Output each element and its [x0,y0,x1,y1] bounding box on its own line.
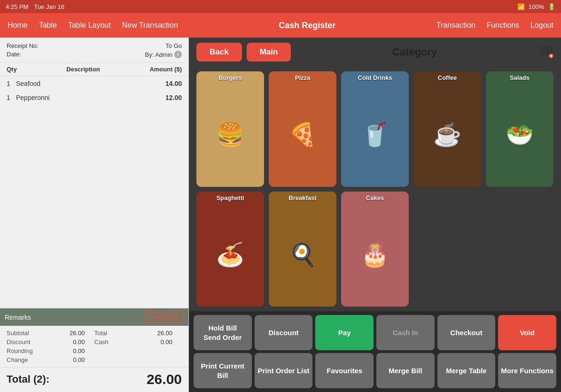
status-left: 4:25 PM Tue Jan 16 [6,3,64,10]
hold-bill-button[interactable]: Hold Bill Send Order [194,315,252,350]
salads-image: 🥗 [486,83,553,187]
battery-icon: 🔋 [548,3,555,10]
print-order-list-button[interactable]: Print Order List [255,353,313,388]
main-layout: Receipt No: To Go Date: By: Admin i Qty … [0,38,561,392]
svg-rect-3 [545,46,546,55]
breakfast-image: 🍳 [269,203,336,307]
barcode-scan-icon[interactable] [538,43,553,61]
battery-level: 100% [529,3,544,10]
left-panel: Receipt No: To Go Date: By: Admin i Qty … [0,38,189,392]
col-amount: Amount ($) [149,66,182,73]
back-button[interactable]: Back [196,43,242,61]
discount-label: Discount [7,338,50,346]
cash-label: Cash [94,338,138,346]
view-edit-button[interactable]: View/Edit [145,311,184,323]
date-label: Date: [7,51,21,58]
top-nav: Home Table Table Layout New Transaction … [0,13,561,38]
cash-in-button[interactable]: Cash In [376,315,435,350]
receipt-no-value: To Go [165,42,182,49]
coffee-image: ☕ [413,83,481,187]
subtotal-label: Subtotal [7,330,50,337]
category-card-salads[interactable]: Salads 🥗 [486,71,553,187]
status-date: Tue Jan 16 [34,3,64,10]
wifi-icon: 📶 [517,3,525,10]
rounding-value: 0.00 [50,347,94,354]
nav-left: Home Table Table Layout New Transaction [8,21,178,30]
subtotal-value: 26.00 [50,330,94,337]
receipt-items-header: Qty Description Amount ($) [0,63,188,76]
info-icon[interactable]: i [174,51,182,58]
category-header: Back Main Category [189,38,561,67]
empty-slot-2 [486,192,553,307]
col-description: Description [66,66,100,73]
item-qty-0: 1 [7,80,16,87]
void-button[interactable]: Void [498,315,556,350]
category-card-cakes[interactable]: Cakes 🎂 [341,192,409,307]
receipt-no-label: Receipt No: [7,42,39,49]
item-desc-1: Pepperonni [16,94,165,101]
favourites-button[interactable]: Favourites [315,353,374,388]
category-label-spaghetti: Spaghetti [214,192,246,203]
cakes-image: 🎂 [341,203,409,307]
right-panel: Back Main Category [189,38,561,392]
grand-total: Total (2): 26.00 [0,367,188,392]
category-grid: Burgers 🍔 Pizza 🍕 Cold Drinks 🥤 Coffee ☕… [189,67,561,311]
nav-logout[interactable]: Logout [530,21,553,30]
receipt-footer: Remarks View/Edit Subtotal 26.00 Total 2… [0,308,188,392]
status-right: 📶 100% 🔋 [517,3,555,10]
receipt-header: Receipt No: To Go Date: By: Admin i [0,38,188,63]
cash-value: 0.00 [138,338,182,346]
nav-table[interactable]: Table [39,21,57,30]
merge-bill-button[interactable]: Merge Bill [376,353,435,388]
print-current-bill-button[interactable]: Print Current Bill [194,353,252,388]
nav-functions[interactable]: Functions [487,21,519,30]
cold-drinks-image: 🥤 [341,83,409,187]
nav-right: Transaction Functions Logout [436,21,553,30]
total-label: Total [94,330,138,337]
category-card-pizza[interactable]: Pizza 🍕 [269,71,336,187]
category-label-coffee: Coffee [436,71,459,83]
table-row[interactable]: 1 Pepperonni 12.00 [7,94,182,101]
change-label: Change [7,356,50,363]
col-qty: Qty [7,66,17,73]
rounding-label: Rounding [7,347,50,354]
item-desc-0: Seafood [16,80,165,87]
category-card-burgers[interactable]: Burgers 🍔 [196,71,264,187]
change-value: 0.00 [50,356,94,363]
svg-rect-4 [547,46,548,55]
item-amount-0: 14.00 [165,80,182,87]
category-card-spaghetti[interactable]: Spaghetti 🍝 [196,192,264,307]
discount-value: 0.00 [50,338,94,346]
totals-section: Subtotal 26.00 Total 26.00 Discount 0.00… [0,326,188,367]
svg-rect-0 [539,46,541,55]
category-label-breakfast: Breakfast [287,192,318,203]
svg-rect-1 [542,46,543,55]
nav-new-transaction[interactable]: New Transaction [122,21,178,30]
table-row[interactable]: 1 Seafood 14.00 [7,80,182,87]
grand-total-value: 26.00 [147,371,182,387]
category-label-cakes: Cakes [364,192,386,203]
checkout-button[interactable]: Checkout [437,315,496,350]
category-card-breakfast[interactable]: Breakfast 🍳 [269,192,336,307]
remarks-bar: Remarks View/Edit [0,308,188,326]
status-time: 4:25 PM [6,3,28,10]
more-functions-button[interactable]: More Functions [498,353,556,388]
nav-table-layout[interactable]: Table Layout [68,21,111,30]
discount-button[interactable]: Discount [255,315,313,350]
merge-table-button[interactable]: Merge Table [437,353,496,388]
category-card-cold-drinks[interactable]: Cold Drinks 🥤 [341,71,409,187]
nav-transaction[interactable]: Transaction [436,21,475,30]
category-card-coffee[interactable]: Coffee ☕ [413,71,481,187]
pay-button[interactable]: Pay [315,315,374,350]
main-button[interactable]: Main [247,43,291,61]
item-amount-1: 12.00 [165,94,182,101]
by-admin-label: By: Admin [145,51,172,58]
nav-home[interactable]: Home [8,21,28,30]
empty-slot-1 [413,192,481,307]
remarks-label: Remarks [5,314,31,321]
total-value: 26.00 [138,330,182,337]
nav-title: Cash Register [178,21,436,31]
receipt-items: 1 Seafood 14.00 1 Pepperonni 12.00 [0,76,188,308]
category-label-cold-drinks: Cold Drinks [356,71,394,83]
grand-total-label: Total (2): [7,373,49,385]
